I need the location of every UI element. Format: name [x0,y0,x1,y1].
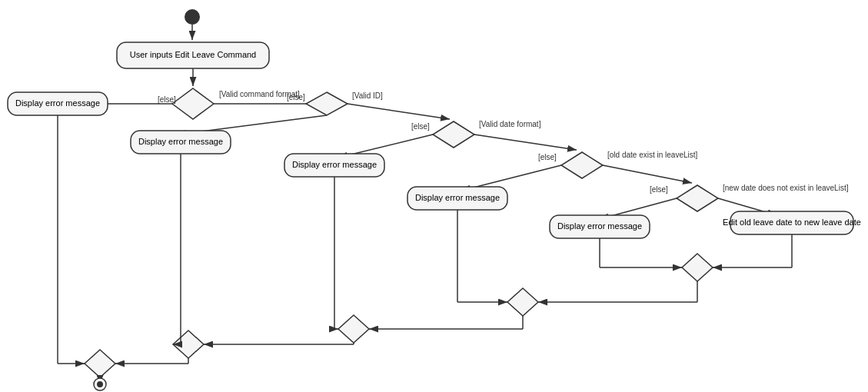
arrow-d2-valid-to-d3 [348,104,450,119]
start-node [185,9,200,25]
end-node-inner [97,381,103,387]
error-label-2: Display error message [138,137,223,146]
error-label-1: Display error message [15,98,100,108]
diamond-valid-command [172,88,214,119]
guard-new-date-label: [new date does not exist in leaveList] [723,184,849,192]
guard-old-date-label: [old date exist in leaveList] [607,151,698,159]
guard-else3-label: [else] [411,122,430,131]
diamond-merge-5 [682,254,713,281]
arrow-d4-valid-to-d5 [603,165,692,183]
user-input-label: User inputs Edit Leave Command [130,50,256,59]
guard-else1-label: [else] [158,95,176,104]
diamond-merge-3 [338,315,369,343]
guard-valid-date-label: [Valid date format] [479,120,541,128]
guard-else4-label: [else] [538,153,557,161]
diamond-old-date-exist [561,152,603,178]
guard-valid-id-label: [Valid ID] [352,91,383,100]
diamond-merge-final [85,350,115,377]
edit-action-label: Edit old leave date to new leave date [723,218,861,227]
guard-else5-label: [else] [650,185,668,194]
diamond-valid-date [433,121,474,148]
diamond-new-date-not-exist [677,185,718,211]
error-label-5: Display error message [557,221,642,231]
guard-else2-label: [else] [287,93,305,101]
error-label-4: Display error message [415,193,500,202]
error-label-3: Display error message [292,160,377,169]
diamond-valid-id [306,92,348,115]
diamond-merge-4 [507,288,538,316]
arrow-d3-valid-to-d4 [474,135,577,150]
